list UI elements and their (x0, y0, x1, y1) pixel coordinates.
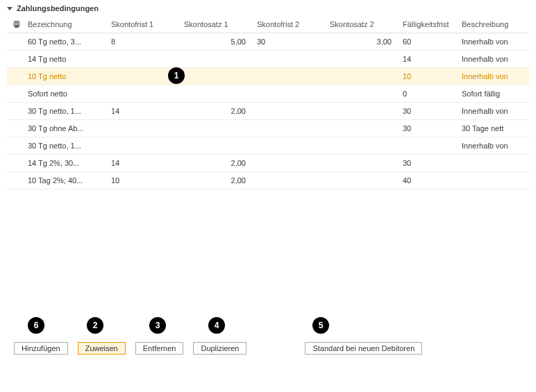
new-debtor-default-button[interactable]: Standard bei neuen Debitoren (305, 342, 422, 355)
cell-due: 40 (397, 172, 456, 189)
print-cell (7, 172, 22, 189)
cell-description: Innerhalb von (456, 103, 529, 120)
print-cell (7, 68, 22, 85)
print-icon (12, 19, 21, 28)
cell-ss2 (324, 155, 397, 172)
cell-ss2 (324, 103, 397, 120)
table-header-row: Bezeichnung Skontofrist 1 Skontosatz 1 S… (7, 15, 529, 33)
cell-designation: 10 Tag 2%; 40... (22, 172, 106, 189)
assign-button[interactable]: Zuweisen (78, 342, 126, 355)
caret-down-icon (7, 7, 12, 10)
print-cell (7, 137, 22, 155)
cell-sf1 (106, 85, 178, 103)
cell-sf2 (251, 137, 324, 155)
cell-due: 60 (397, 33, 456, 51)
cell-sf2: 30 (251, 33, 324, 51)
table-row[interactable]: 10 Tg netto10Innerhalb von (7, 68, 529, 85)
cell-ss1: 2,00 (178, 103, 251, 120)
cell-ss1 (178, 68, 251, 85)
col-discount-rate-1[interactable]: Skontosatz 1 (178, 15, 251, 33)
remove-button[interactable]: Entfernen (135, 342, 184, 355)
table-row[interactable]: 30 Tg netto, 1...Innerhalb von (7, 137, 529, 155)
cell-ss1 (178, 137, 251, 155)
cell-ss2 (324, 172, 397, 189)
callout-5: 5 (312, 317, 329, 334)
table-row[interactable]: 60 Tg netto, 3...85,00303,0060Innerhalb … (7, 33, 529, 51)
cell-ss1 (178, 120, 251, 137)
cell-sf1: 14 (106, 155, 178, 172)
cell-ss2: 3,00 (324, 33, 397, 51)
cell-sf2 (251, 172, 324, 189)
cell-description: Innerhalb von (456, 68, 529, 85)
cell-designation: 14 Tg 2%, 30... (22, 155, 106, 172)
section-header[interactable]: Zahlungsbedingungen (7, 4, 529, 12)
callout-3: 3 (149, 317, 166, 334)
cell-sf2 (251, 155, 324, 172)
cell-sf2 (251, 120, 324, 137)
table-row[interactable]: 10 Tag 2%; 40...102,0040 (7, 172, 529, 189)
col-designation[interactable]: Bezeichnung (22, 15, 106, 33)
add-button[interactable]: Hinzufügen (14, 342, 68, 355)
cell-ss2 (324, 137, 397, 155)
cell-sf2 (251, 85, 324, 103)
cell-designation: 30 Tg netto, 1... (22, 137, 106, 155)
print-cell (7, 51, 22, 68)
col-discount-period-2[interactable]: Skontofrist 2 (251, 15, 324, 33)
button-bar: Hinzufügen Zuweisen Entfernen Dupliziere… (0, 342, 536, 368)
cell-due: 30 (397, 103, 456, 120)
cell-description (456, 172, 529, 189)
cell-ss1: 2,00 (178, 155, 251, 172)
cell-description (456, 155, 529, 172)
cell-description: Innerhalb von (456, 33, 529, 51)
svg-rect-2 (15, 25, 19, 28)
cell-designation: 30 Tg ohne Ab... (22, 120, 106, 137)
cell-sf2 (251, 68, 324, 85)
col-discount-rate-2[interactable]: Skontosatz 2 (324, 15, 397, 33)
cell-description: Sofort fällig (456, 85, 529, 103)
cell-description: Innerhalb von (456, 51, 529, 68)
cell-description: 30 Tage nett (456, 120, 529, 137)
cell-designation: 14 Tg netto (22, 51, 106, 68)
callout-4: 4 (208, 317, 225, 334)
cell-due: 10 (397, 68, 456, 85)
table-row[interactable]: 30 Tg netto, 1...142,0030Innerhalb von (7, 103, 529, 120)
cell-due (397, 137, 456, 155)
cell-designation: Sofort netto (22, 85, 106, 103)
cell-due: 30 (397, 120, 456, 137)
print-column-header[interactable] (7, 15, 22, 33)
col-discount-period-1[interactable]: Skontofrist 1 (106, 15, 178, 33)
cell-ss1: 5,00 (178, 33, 251, 51)
payment-terms-table: Bezeichnung Skontofrist 1 Skontosatz 1 S… (7, 15, 529, 189)
cell-designation: 10 Tg netto (22, 68, 106, 85)
col-due-date[interactable]: Fälligkeitsfrist (397, 15, 456, 33)
cell-due: 0 (397, 85, 456, 103)
section-title: Zahlungsbedingungen (17, 4, 99, 12)
cell-due: 14 (397, 51, 456, 68)
print-cell (7, 120, 22, 137)
cell-sf2 (251, 51, 324, 68)
svg-rect-0 (14, 21, 19, 23)
print-cell (7, 103, 22, 120)
cell-sf1: 10 (106, 172, 178, 189)
table-row[interactable]: 14 Tg 2%, 30...142,0030 (7, 155, 529, 172)
cell-designation: 30 Tg netto, 1... (22, 103, 106, 120)
callout-6: 6 (28, 317, 44, 334)
cell-ss1 (178, 85, 251, 103)
cell-sf1: 8 (106, 33, 178, 51)
table-row[interactable]: 30 Tg ohne Ab...3030 Tage nett (7, 120, 529, 137)
cell-ss1: 2,00 (178, 172, 251, 189)
callout-2: 2 (87, 317, 103, 334)
cell-ss2 (324, 120, 397, 137)
print-cell (7, 155, 22, 172)
cell-due: 30 (397, 155, 456, 172)
cell-sf1 (106, 68, 178, 85)
cell-sf1 (106, 51, 178, 68)
cell-ss2 (324, 68, 397, 85)
table-row[interactable]: Sofort netto0Sofort fällig (7, 85, 529, 103)
cell-sf1: 14 (106, 103, 178, 120)
cell-sf1 (106, 120, 178, 137)
table-row[interactable]: 14 Tg netto14Innerhalb von (7, 51, 529, 68)
col-description[interactable]: Beschreibung (456, 15, 529, 33)
cell-ss2 (324, 85, 397, 103)
duplicate-button[interactable]: Duplizieren (193, 342, 246, 355)
